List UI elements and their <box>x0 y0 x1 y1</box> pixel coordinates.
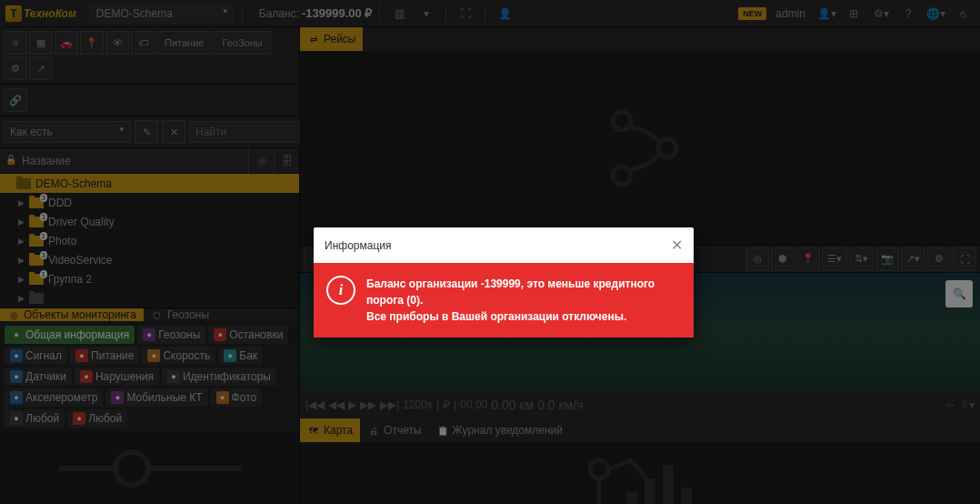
link-icon[interactable]: 🔗 <box>4 88 27 112</box>
svg-rect-9 <box>645 479 655 504</box>
layout-icon[interactable]: ▥ <box>387 2 411 25</box>
user-menu-icon[interactable]: 👤▾ <box>815 2 838 25</box>
play-icon[interactable]: ▶ <box>348 398 356 411</box>
tree-row[interactable]: ▶3Driver Quality <box>0 212 299 231</box>
svg-rect-10 <box>663 465 674 504</box>
info-tab[interactable]: ●Любой <box>5 409 65 428</box>
top-bar: TТехноКом DEMO-Schema Баланс: -139999.00… <box>0 0 980 27</box>
vehicle-icon[interactable]: 🚗 <box>55 31 78 55</box>
tab-journal[interactable]: 📋Журнал уведомлений <box>429 418 570 442</box>
bottom-placeholder <box>300 442 980 504</box>
map-search-button[interactable]: 🔍 <box>945 280 973 307</box>
playback-controls: |◀◀ ◀◀ ▶ ▶▶ ▶▶| 1200x |₽| 00:00 0.00 км … <box>300 391 980 418</box>
tree-row[interactable]: ▶ <box>0 288 299 307</box>
svg-point-6 <box>590 460 608 479</box>
info-tab[interactable]: ●Скорость <box>142 347 215 365</box>
info-tab[interactable]: ●Акселерометр <box>5 388 103 407</box>
clear-icon[interactable]: ✕ <box>162 120 185 144</box>
fullscreen-icon[interactable]: ⛶ <box>953 247 976 271</box>
tree-row[interactable]: ▶1Группа 2 <box>0 269 299 288</box>
window-icon[interactable]: ⊞ <box>842 2 865 25</box>
info-tab[interactable]: ●Питание <box>70 347 139 365</box>
info-tab[interactable]: ●Общая информация <box>5 326 135 344</box>
target-icon[interactable]: ◎ <box>248 148 274 174</box>
svg-point-0 <box>115 452 148 485</box>
info-tab[interactable]: ●Остановки <box>208 326 288 344</box>
trips-placeholder <box>300 51 980 245</box>
gear-icon[interactable]: ⚙▾ <box>869 2 893 25</box>
info-tab[interactable]: ●Фото <box>211 388 263 407</box>
speed-value: 1200x <box>403 398 433 411</box>
info-tab[interactable]: ●Датчики <box>5 368 72 386</box>
left-bottom-tabs: ◎Объекты мониторинга ⬡Геозоны <box>0 307 299 321</box>
rewind-icon[interactable]: ◀◀ <box>328 398 345 411</box>
settings-icon[interactable]: ⚙ <box>927 247 951 271</box>
tab-trips[interactable]: ⇄Рейсы <box>300 27 363 51</box>
expand-icon[interactable]: ⛶ <box>454 2 477 25</box>
logo: TТехноКом <box>5 5 76 22</box>
globe-icon[interactable]: 🌐▾ <box>924 2 947 25</box>
logout-icon[interactable]: ⎋ <box>951 2 975 25</box>
chevron-down-icon[interactable]: ▾ <box>415 2 438 25</box>
help-icon[interactable]: ? <box>896 2 920 25</box>
info-tab[interactable]: ●Мобильные КТ <box>105 388 207 407</box>
layers-icon[interactable]: ☰▾ <box>822 247 847 271</box>
geozones-button[interactable]: ГеоЗоны <box>214 31 270 55</box>
left-toolbar: ≡ ▦ 🚗 📍 👁 🏷 Питание ГеоЗоны ⚙ ↗ <box>0 27 299 85</box>
filter-mode-select[interactable]: Как есть <box>4 121 131 143</box>
download-icon[interactable]: ⇩▾ <box>960 398 975 411</box>
share-icon[interactable]: ↗▾ <box>901 247 925 271</box>
info-tab[interactable]: ●Идентификаторы <box>162 368 276 386</box>
info-tab[interactable]: ●Сигнал <box>5 347 67 365</box>
distance-value: 0.00 км <box>491 398 534 412</box>
marker-icon[interactable]: 📍 <box>796 247 820 271</box>
hex-icon[interactable]: ⬢ <box>771 247 795 271</box>
info-tab[interactable]: ●Геозоны <box>137 326 205 344</box>
gear-icon[interactable]: ⚙ <box>4 56 27 80</box>
database-icon[interactable]: 🗄 <box>274 148 299 174</box>
tree-row[interactable]: ▶1Photo <box>0 231 299 250</box>
info-tab[interactable]: ●Бак <box>218 347 263 365</box>
user-icon[interactable]: 👤 <box>493 2 516 25</box>
tag-icon[interactable]: 🏷 <box>131 31 155 55</box>
target-icon[interactable]: ◎ <box>745 247 769 271</box>
modal-title: Информация <box>325 239 391 252</box>
svg-point-3 <box>613 112 631 130</box>
svg-point-4 <box>613 166 631 185</box>
pin-icon[interactable]: 📍 <box>80 31 104 55</box>
grid-icon[interactable]: ▦ <box>29 31 53 55</box>
close-icon[interactable]: ✕ <box>671 237 683 254</box>
balance-label: Баланс: -139999.00 ₽ <box>259 6 373 20</box>
camera-icon[interactable]: 📷 <box>875 247 899 271</box>
tab-reports[interactable]: 🖨Отчеты <box>360 418 428 442</box>
tree-header: Название ◎ 🗄 <box>0 148 299 174</box>
eye-off-icon[interactable]: 👁 <box>105 31 129 55</box>
left-toolbar-2: 🔗 <box>0 85 299 116</box>
expand-h-icon[interactable]: ↔ <box>945 398 956 411</box>
left-panel: ≡ ▦ 🚗 📍 👁 🏷 Питание ГеоЗоны ⚙ ↗ 🔗 Как ес… <box>0 27 300 504</box>
modal-message: Баланс организации -139999, это меньше к… <box>366 276 681 325</box>
forward-icon[interactable]: ▶▶ <box>360 398 376 411</box>
tree-row[interactable]: DEMO-Schema <box>0 174 299 193</box>
tree-row[interactable]: ▶3VideoService <box>0 250 299 269</box>
sort-icon[interactable]: ⇅▾ <box>849 247 874 271</box>
tree-row[interactable]: ▶3DDD <box>0 193 299 212</box>
tab-map[interactable]: 🗺Карта <box>300 418 360 442</box>
username: admin <box>775 7 805 20</box>
power-button[interactable]: Питание <box>156 31 212 55</box>
info-tab[interactable]: ●Любой <box>67 409 127 428</box>
new-badge[interactable]: NEW <box>738 7 766 20</box>
schema-select[interactable]: DEMO-Schema <box>89 4 235 24</box>
popout-icon[interactable]: ↗ <box>29 56 53 80</box>
info-tab[interactable]: ●Нарушения <box>75 368 159 386</box>
edit-icon[interactable]: ✎ <box>135 120 158 144</box>
svg-rect-8 <box>626 492 637 504</box>
list-icon[interactable]: ≡ <box>4 31 27 55</box>
tab-geozones[interactable]: ⬡Геозоны <box>144 308 216 321</box>
time-value: 00:00 <box>460 398 487 411</box>
skip-end-icon[interactable]: ▶▶| <box>380 398 399 411</box>
info-placeholder <box>0 432 299 504</box>
skip-start-icon[interactable]: |◀◀ <box>305 398 325 411</box>
info-icon: i <box>326 276 355 305</box>
tab-objects[interactable]: ◎Объекты мониторинга <box>0 308 144 321</box>
